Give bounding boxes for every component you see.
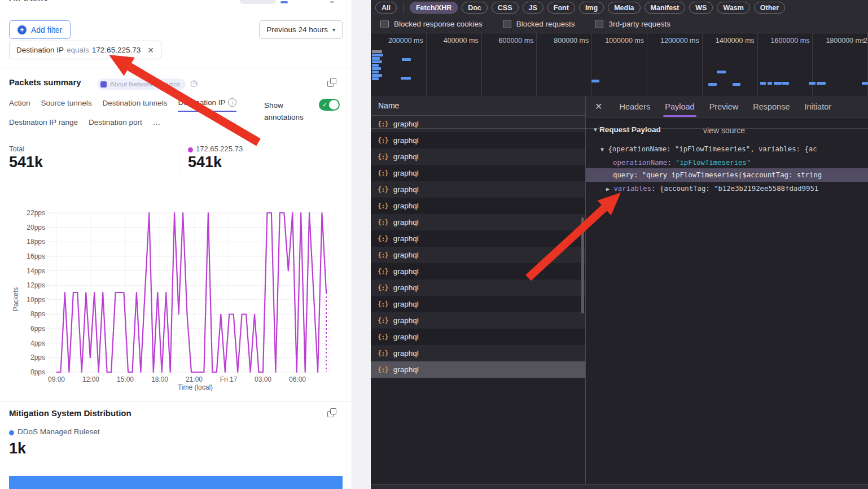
tab-destination-tunnels[interactable]: Destination tunnels xyxy=(103,98,168,112)
remove-filter-icon[interactable]: ✕ xyxy=(147,46,154,55)
expand-card-icon[interactable] xyxy=(327,78,336,87)
add-filter-button[interactable]: + Add filter xyxy=(9,20,71,39)
request-row-graphql-9[interactable]: {:}graphql xyxy=(371,263,585,280)
line-chart-svg: 0pps2pps4pps6pps8pps10pps12pps14pps16pps… xyxy=(9,203,348,391)
detail-tab-response[interactable]: Response xyxy=(753,96,790,117)
timeline-request-mark xyxy=(372,60,382,63)
svg-text:12pps: 12pps xyxy=(27,281,45,289)
view-source-link[interactable]: view source xyxy=(703,126,745,135)
payload-query-line[interactable]: query: "query ipFlowTimeseries($accountT… xyxy=(586,168,868,182)
dimension-tabs-row1: ActionSource tunnelsDestination tunnelsD… xyxy=(9,98,236,112)
payload-operationname-line[interactable]: operationName: "ipFlowTimeseries" xyxy=(586,156,868,169)
filter-pill-media[interactable]: Media xyxy=(608,2,640,14)
json-braces-icon: {:} xyxy=(378,333,388,341)
checkbox-blocked-requests[interactable]: Blocked requests xyxy=(503,20,575,28)
request-row-graphql-2[interactable]: {:}graphql xyxy=(371,149,585,165)
filter-pill-fetch-xhr[interactable]: Fetch/XHR xyxy=(410,2,458,14)
json-braces-icon: {:} xyxy=(378,317,388,325)
divider xyxy=(0,401,352,401)
timeline-request-mark xyxy=(760,82,766,85)
request-row-graphql-5[interactable]: {:}graphql xyxy=(371,198,585,214)
plus-icon: + xyxy=(17,25,27,34)
detail-tab-preview[interactable]: Preview xyxy=(709,96,739,117)
request-row-graphql-15[interactable]: {:}graphql xyxy=(371,361,585,378)
checkbox-icon xyxy=(380,20,389,28)
filter-pill-wasm[interactable]: Wasm xyxy=(717,2,749,14)
request-row-graphql-3[interactable]: {:}graphql xyxy=(371,165,585,181)
request-row-graphql-12[interactable]: {:}graphql xyxy=(371,312,585,329)
request-row-graphql-7[interactable]: {:}graphql xyxy=(371,230,585,247)
timeline-column: 1400000 ms xyxy=(702,33,758,96)
payload-variables-line[interactable]: ▶ variables: {accountTag: "b12e3b2192ee5… xyxy=(586,182,868,195)
filter-pill-js[interactable]: JS xyxy=(523,2,543,14)
clipped-toolbar-mark2 xyxy=(330,1,334,3)
divider xyxy=(181,144,181,176)
timeline-request-mark xyxy=(372,74,382,77)
json-braces-icon: {:} xyxy=(378,137,388,145)
timeline-request-mark xyxy=(591,80,599,82)
timeline-request-mark xyxy=(372,71,379,73)
filter-pill-manifest[interactable]: Manifest xyxy=(645,2,686,14)
filter-chip[interactable]: Destination IP equals 172.65.225.73 ✕ xyxy=(9,41,161,59)
request-row-graphql-11[interactable]: {:}graphql xyxy=(371,296,585,312)
json-braces-icon: {:} xyxy=(378,169,388,177)
tab-source-tunnels[interactable]: Source tunnels xyxy=(41,98,92,112)
filter-pill-ws[interactable]: WS xyxy=(689,2,713,14)
tab-destination-ip-range[interactable]: Destination IP range xyxy=(9,118,78,130)
svg-text:06:00: 06:00 xyxy=(289,376,306,383)
request-row-graphql-6[interactable]: {:}graphql xyxy=(371,214,585,230)
filter-pill-font[interactable]: Font xyxy=(547,2,575,14)
close-icon[interactable]: ✕ xyxy=(595,101,602,112)
expand-card-icon[interactable] xyxy=(327,408,336,417)
show-annotations-toggle[interactable]: ✓ xyxy=(319,99,340,111)
series-legend-dot xyxy=(188,147,193,152)
json-braces-icon: {:} xyxy=(378,153,388,161)
checkbox-3rd-party-requests[interactable]: 3rd-party requests xyxy=(595,20,670,28)
request-row-graphql-8[interactable]: {:}graphql xyxy=(371,247,585,263)
tab-action[interactable]: Action xyxy=(9,98,30,112)
payload-summary-line[interactable]: ▼ {operationName: "ipFlowTimeseries", va… xyxy=(586,142,868,156)
tab-destination-port[interactable]: Destination port xyxy=(89,118,142,130)
svg-text:6pps: 6pps xyxy=(30,325,45,333)
filter-pill-all[interactable]: All xyxy=(375,2,397,14)
timeline-column: 200000 ms xyxy=(371,33,427,96)
request-row-graphql-1[interactable]: {:}graphql xyxy=(371,132,585,149)
request-row-graphql-10[interactable]: {:}graphql xyxy=(371,280,585,296)
checkbox-icon xyxy=(595,20,603,28)
filter-pill-doc[interactable]: Doc xyxy=(462,2,488,14)
request-list-header[interactable]: Name xyxy=(371,96,585,116)
expand-triangle-icon: ▼ xyxy=(600,146,604,152)
request-list: Name {:}graphql{:}graphql{:}graphql{:}gr… xyxy=(371,96,586,484)
filter-pill-img[interactable]: Img xyxy=(579,2,604,14)
svg-text:03:00: 03:00 xyxy=(255,376,271,383)
dimension-tabs-row2: Destination IP rangeDestination port… xyxy=(9,118,160,130)
request-row-graphql-13[interactable]: {:}graphql xyxy=(371,329,585,345)
timeline-request-mark xyxy=(862,82,868,85)
detail-tab-payload[interactable]: Payload xyxy=(665,96,694,117)
tab-[interactable]: … xyxy=(153,118,161,130)
timeline-request-mark xyxy=(372,67,381,70)
detail-tab-bar: ✕ HeadersPayloadPreviewResponseInitiator xyxy=(586,96,868,117)
svg-text:18:00: 18:00 xyxy=(151,376,168,383)
request-row-graphql-14[interactable]: {:}graphql xyxy=(371,345,585,361)
time-range-dropdown[interactable]: Previous 24 hours ▾ xyxy=(259,20,343,39)
timeline-request-mark xyxy=(372,64,379,67)
json-braces-icon: {:} xyxy=(378,350,388,357)
json-braces-icon: {:} xyxy=(378,251,388,259)
scrollbar-thumb[interactable] xyxy=(581,217,584,313)
filter-pill-other[interactable]: Other xyxy=(754,2,785,14)
about-network-analytics-badge[interactable]: About Network Analytics xyxy=(97,78,186,90)
request-payload-section[interactable]: ▼Request Payload xyxy=(593,125,661,134)
checkbox-blocked-response-cookies[interactable]: Blocked response cookies xyxy=(380,20,483,28)
detail-tab-initiator[interactable]: Initiator xyxy=(805,96,832,117)
detail-tab-headers[interactable]: Headers xyxy=(619,96,650,117)
request-row-graphql-0[interactable]: {:}graphql xyxy=(371,116,585,132)
json-braces-icon: {:} xyxy=(378,219,388,226)
tab-destination-ip[interactable]: Destination IPi xyxy=(178,98,236,112)
timeline-request-mark xyxy=(372,50,382,53)
request-row-graphql-4[interactable]: {:}graphql xyxy=(371,181,585,198)
filter-pill-css[interactable]: CSS xyxy=(492,2,519,14)
network-overview-timeline[interactable]: 2 200000 ms400000 ms600000 ms800000 ms10… xyxy=(371,33,868,97)
stat-total-label: Total xyxy=(9,145,24,153)
svg-text:14pps: 14pps xyxy=(27,267,45,275)
